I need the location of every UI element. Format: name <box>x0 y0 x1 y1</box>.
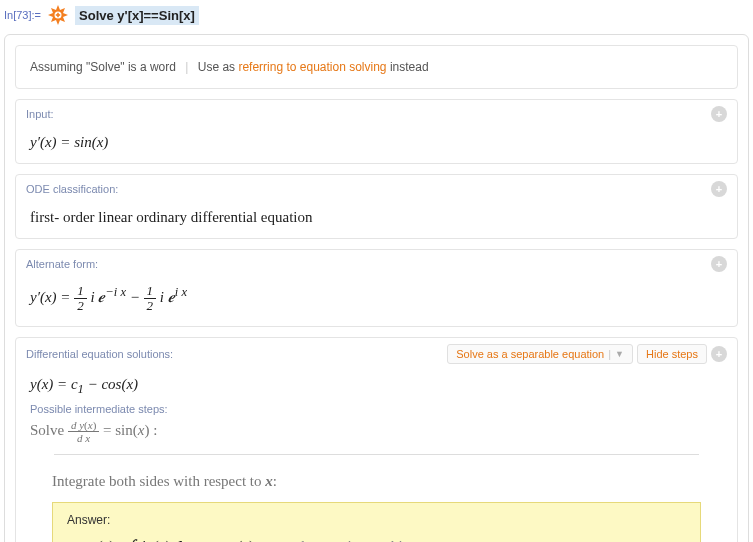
pod-body-input: y′(x) = sin(x) <box>16 126 737 163</box>
input-expression: y′(x) = sin(x) <box>30 134 108 150</box>
in-label: In[73]:= <box>4 9 41 21</box>
pod-body-classification: first- order linear ordinary differentia… <box>16 201 737 238</box>
hide-steps-button[interactable]: Hide steps <box>637 344 707 364</box>
answer-box: Answer: y(x) = ∫sin(x) d x = −cos(x) + c… <box>52 502 701 542</box>
intermediate-label: Possible intermediate steps: <box>30 403 723 415</box>
use-as-label: Use as <box>198 60 235 74</box>
divider-line <box>54 454 699 455</box>
pod-input: Input: + y′(x) = sin(x) <box>15 99 738 164</box>
instead-label: instead <box>390 60 429 74</box>
svg-rect-3 <box>56 14 60 16</box>
result-panel: Assuming "Solve" is a word | Use as refe… <box>4 34 749 542</box>
separable-button[interactable]: Solve as a separable equation | ▼ <box>447 344 633 364</box>
pod-title-alternate: Alternate form: <box>26 258 98 270</box>
answer-label: Answer: <box>67 513 686 527</box>
pod-solutions: Differential equation solutions: Solve a… <box>15 337 738 542</box>
expand-icon[interactable]: + <box>711 106 727 122</box>
assumption-text: Assuming "Solve" is a word <box>30 60 176 74</box>
answer-expression: y(x) = ∫sin(x) d x = −cos(x) + c1, where… <box>67 535 686 542</box>
solution-expression: y(x) = c1 − cos(x) <box>30 376 723 397</box>
wolfram-icon[interactable] <box>47 4 69 26</box>
expand-icon[interactable]: + <box>711 181 727 197</box>
assumption-bar: Assuming "Solve" is a word | Use as refe… <box>15 45 738 89</box>
expand-icon[interactable]: + <box>711 346 727 362</box>
solve-step: Solve d y(x)d x = sin(x) : <box>30 419 723 444</box>
separator: | <box>185 60 188 74</box>
integrate-step: Integrate both sides with respect to x: <box>52 473 723 490</box>
query-text[interactable]: Solve y'[x]==Sin[x] <box>75 6 199 25</box>
pod-alternate: Alternate form: + y′(x) = 12 i 𝒆−i x − 1… <box>15 249 738 327</box>
chevron-down-icon[interactable]: ▼ <box>615 349 624 359</box>
pod-body-alternate: y′(x) = 12 i 𝒆−i x − 12 i 𝒆i x <box>16 276 737 326</box>
divider: | <box>608 348 611 360</box>
pod-body-solutions: y(x) = c1 − cos(x) Possible intermediate… <box>16 368 737 542</box>
pod-title-solutions: Differential equation solutions: <box>26 348 173 360</box>
pod-title-classification: ODE classification: <box>26 183 118 195</box>
alternate-expression: y′(x) = 12 i 𝒆−i x − 12 i 𝒆i x <box>30 289 187 305</box>
expand-icon[interactable]: + <box>711 256 727 272</box>
classification-text: first- order linear ordinary differentia… <box>30 209 313 225</box>
input-line: In[73]:= Solve y'[x]==Sin[x] <box>0 0 753 34</box>
pod-classification: ODE classification: + first- order linea… <box>15 174 738 239</box>
assumption-link[interactable]: referring to equation solving <box>238 60 386 74</box>
pod-title-input: Input: <box>26 108 54 120</box>
